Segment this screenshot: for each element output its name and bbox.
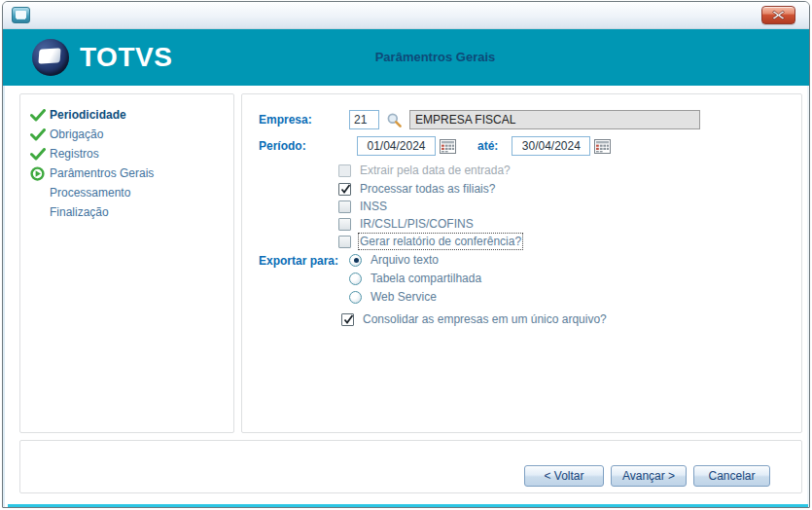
- exportar-label: Exportar para:: [259, 254, 338, 268]
- wizard-steps-panel: Periodicidade Obrigação Registros: [19, 93, 234, 433]
- dialog-body: Periodicidade Obrigação Registros: [3, 86, 809, 506]
- window-bottom-accent: [8, 504, 808, 507]
- check-icon: [27, 109, 48, 122]
- close-button[interactable]: [761, 6, 795, 24]
- checkbox-label: Extrair pela data de entrada?: [360, 164, 511, 177]
- checkmark-icon: [339, 183, 352, 196]
- radio-arquivo-texto[interactable]: [349, 254, 362, 267]
- checkbox-inss[interactable]: [338, 200, 351, 213]
- current-step-icon: [27, 166, 48, 181]
- search-icon: [386, 112, 403, 128]
- app-window-icon[interactable]: [12, 7, 30, 23]
- cancelar-button[interactable]: Cancelar: [693, 465, 770, 487]
- empresa-lookup-button[interactable]: [386, 112, 403, 128]
- step-finalizacao[interactable]: Finalização: [20, 202, 233, 222]
- wizard-buttons: < Voltar Avançar > Cancelar: [524, 465, 770, 487]
- periodo-label: Período:: [259, 139, 357, 153]
- checkbox-row-consolidar: Consolidar as empresas em um único arqui…: [341, 312, 607, 326]
- voltar-button[interactable]: < Voltar: [524, 465, 604, 487]
- check-icon: [27, 148, 48, 161]
- checkbox-gerar-relatorio[interactable]: [338, 236, 351, 248]
- checkbox-processar-filiais[interactable]: [338, 183, 351, 196]
- radio-label[interactable]: Arquivo texto: [371, 253, 439, 267]
- monitor-icon: [16, 11, 26, 18]
- radio-row-arquivo-texto: Arquivo texto: [349, 253, 439, 267]
- step-obrigacao[interactable]: Obrigação: [20, 125, 233, 144]
- radio-web-service[interactable]: [349, 291, 362, 304]
- periodo-ate-input[interactable]: [512, 136, 590, 156]
- radio-label[interactable]: Tabela compartilhada: [371, 272, 481, 285]
- empresa-label: Empresa:: [259, 113, 349, 127]
- checkbox-ir-csll-pis-cofins[interactable]: [338, 218, 351, 231]
- checkbox-consolidar-empresas[interactable]: [341, 313, 354, 326]
- checkbox-row-relatorio: Gerar relatório de conferência?: [338, 235, 521, 248]
- checkmark-icon: [342, 313, 355, 326]
- periodo-row: Período: até:: [259, 136, 611, 156]
- checkbox-row-extrair: Extrair pela data de entrada?: [338, 164, 511, 177]
- radio-row-webservice: Web Service: [349, 290, 437, 304]
- form-panel: Empresa: Período:: [241, 93, 802, 433]
- step-label: Parâmentros Gerais: [50, 166, 154, 180]
- periodo-de-input[interactable]: [357, 136, 436, 156]
- exportar-row: Exportar para:: [259, 254, 338, 268]
- periodo-de-calendar-button[interactable]: [440, 139, 456, 154]
- step-registros[interactable]: Registros: [20, 144, 233, 164]
- checkbox-extrair-data-entrada: [338, 164, 351, 177]
- checkbox-label[interactable]: Consolidar as empresas em um único arqui…: [363, 312, 607, 326]
- calendar-icon: [440, 139, 456, 154]
- empresa-code-input[interactable]: [349, 110, 379, 129]
- checkbox-label[interactable]: IR/CSLL/PIS/COFINS: [360, 217, 474, 231]
- checkbox-row-inss: INSS: [338, 200, 387, 213]
- step-label: Finalização: [50, 205, 109, 219]
- empresa-row: Empresa:: [259, 110, 700, 129]
- titlebar: [3, 2, 809, 29]
- app-header: TOTVS Parâmentros Gerais: [3, 29, 809, 86]
- avancar-button[interactable]: Avançar >: [611, 465, 687, 487]
- radio-label[interactable]: Web Service: [371, 290, 437, 304]
- wizard-window: TOTVS Parâmentros Gerais Periodicidade O…: [2, 1, 810, 508]
- checkbox-row-ir: IR/CSLL/PIS/COFINS: [338, 217, 474, 231]
- calendar-icon: [594, 139, 611, 154]
- checkbox-label[interactable]: Gerar relatório de conferência?: [360, 235, 521, 248]
- totvs-bubble-shape: [38, 48, 60, 63]
- checkbox-label[interactable]: Processar todas as filiais?: [360, 182, 495, 196]
- step-periodicidade[interactable]: Periodicidade: [20, 105, 233, 125]
- step-parametros-gerais[interactable]: Parâmentros Gerais: [20, 164, 233, 183]
- empresa-name-field: [409, 110, 700, 129]
- checkbox-label[interactable]: INSS: [360, 200, 387, 213]
- checkbox-row-filiais: Processar todas as filiais?: [338, 182, 495, 196]
- step-label: Obrigação: [50, 128, 103, 141]
- page-title: Parâmentros Gerais: [61, 50, 809, 64]
- check-icon: [27, 128, 48, 141]
- radio-tabela-compartilhada[interactable]: [349, 273, 362, 285]
- footer-panel: < Voltar Avançar > Cancelar: [19, 440, 802, 493]
- step-label: Registros: [50, 147, 99, 161]
- ate-label: até:: [477, 139, 498, 153]
- periodo-ate-calendar-button[interactable]: [594, 139, 611, 154]
- step-label: Processamento: [50, 186, 130, 200]
- step-label: Periodicidade: [50, 108, 126, 122]
- radio-row-tabela: Tabela compartilhada: [349, 272, 481, 285]
- step-processamento[interactable]: Processamento: [20, 183, 233, 202]
- close-icon: [772, 10, 785, 20]
